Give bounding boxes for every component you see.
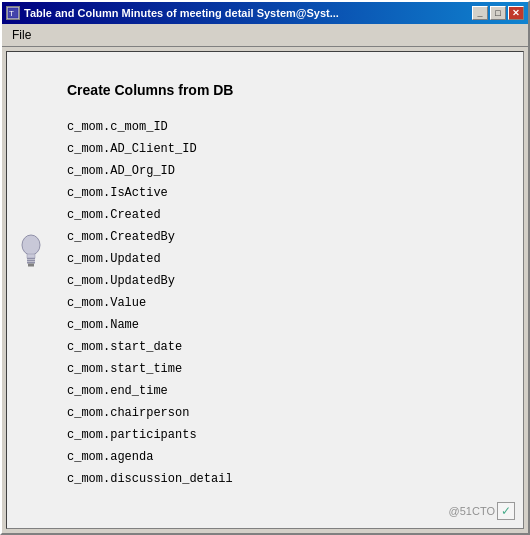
main-content: Create Columns from DB c_mom.c_mom_IDc_m… <box>57 52 523 528</box>
watermark-box: @51CTO ✓ <box>449 502 515 520</box>
list-item: c_mom.end_time <box>67 382 503 400</box>
minimize-button[interactable]: _ <box>472 6 488 20</box>
list-item: c_mom.Value <box>67 294 503 312</box>
window-title: Table and Column Minutes of meeting deta… <box>24 7 339 19</box>
column-list: c_mom.c_mom_IDc_mom.AD_Client_IDc_mom.AD… <box>67 118 503 488</box>
list-item: c_mom.c_mom_ID <box>67 118 503 136</box>
section-title: Create Columns from DB <box>67 82 503 98</box>
list-item: c_mom.start_time <box>67 360 503 378</box>
window-icon: T <box>6 6 20 20</box>
title-bar-left: T Table and Column Minutes of meeting de… <box>6 6 339 20</box>
content-area: Create Columns from DB c_mom.c_mom_IDc_m… <box>6 51 524 529</box>
svg-rect-3 <box>27 254 35 258</box>
watermark-text: @51CTO <box>449 505 495 517</box>
list-item: c_mom.agenda <box>67 448 503 466</box>
list-item: c_mom.Updated <box>67 250 503 268</box>
svg-rect-7 <box>28 264 34 267</box>
list-item: c_mom.Name <box>67 316 503 334</box>
list-item: c_mom.chairperson <box>67 404 503 422</box>
list-item: c_mom.start_date <box>67 338 503 356</box>
list-item: c_mom.discussion_detail <box>67 470 503 488</box>
svg-text:T: T <box>9 9 14 18</box>
list-item: c_mom.CreatedBy <box>67 228 503 246</box>
main-window: T Table and Column Minutes of meeting de… <box>0 0 530 535</box>
list-item: c_mom.IsActive <box>67 184 503 202</box>
svg-point-2 <box>22 235 40 255</box>
list-item: c_mom.AD_Client_ID <box>67 140 503 158</box>
list-item: c_mom.AD_Org_ID <box>67 162 503 180</box>
menu-bar: File <box>2 24 528 47</box>
list-item: c_mom.UpdatedBy <box>67 272 503 290</box>
file-menu[interactable]: File <box>6 26 37 44</box>
list-item: c_mom.participants <box>67 426 503 444</box>
svg-rect-5 <box>27 260 35 262</box>
close-button[interactable]: ✕ <box>508 6 524 20</box>
title-bar: T Table and Column Minutes of meeting de… <box>2 2 528 24</box>
title-bar-buttons: _ □ ✕ <box>472 6 524 20</box>
svg-rect-4 <box>27 258 35 260</box>
lightbulb-area <box>7 52 57 528</box>
watermark: @51CTO ✓ <box>449 502 515 520</box>
list-item: c_mom.Created <box>67 206 503 224</box>
maximize-button[interactable]: □ <box>490 6 506 20</box>
watermark-check: ✓ <box>497 502 515 520</box>
lightbulb-icon <box>17 232 45 275</box>
svg-rect-6 <box>27 262 35 264</box>
